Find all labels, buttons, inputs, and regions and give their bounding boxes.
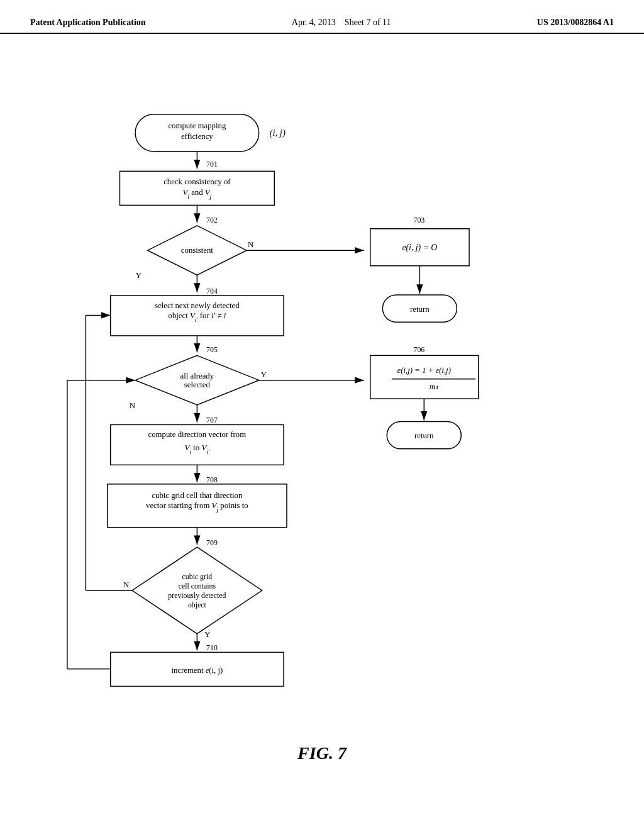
label-Y-705: Y	[261, 370, 267, 379]
page-header: Patent Application Publication Apr. 4, 2…	[0, 0, 644, 34]
label-N-709: N	[123, 580, 129, 589]
label-N-705: N	[130, 401, 135, 410]
input-label: (i, j)	[269, 128, 285, 138]
label-705: 705	[206, 345, 218, 354]
sheet-info: Sheet 7 of 11	[345, 18, 391, 27]
box-706-formula-bottom: m₁	[430, 382, 438, 391]
diamond-705-text-1: all already	[180, 372, 214, 380]
diagram-area: compute mapping efficiency (i, j) 701 ch…	[0, 34, 644, 776]
start-text-2: efficiency	[181, 132, 213, 141]
patent-number: US 2013/0082864 A1	[537, 18, 614, 28]
label-707: 707	[206, 416, 218, 424]
publication-title: Patent Application Publication	[30, 18, 146, 28]
label-703: 703	[414, 216, 425, 224]
box-706-formula-top: e(i,j) = 1 + e(i,j)	[397, 366, 451, 375]
label-709: 709	[206, 538, 218, 547]
fig-label: FIG. 7	[297, 743, 347, 763]
diamond-709-text-2: cell contains	[179, 582, 216, 590]
label-704: 704	[206, 287, 218, 296]
label-Y-702: Y	[136, 271, 142, 280]
box-708-text-1: cubic grid cell that direction	[152, 491, 243, 500]
label-710: 710	[206, 643, 218, 652]
box-701-text-1: check consistency of	[164, 177, 231, 186]
start-text-1: compute mapping	[168, 121, 226, 130]
label-702: 702	[206, 216, 218, 224]
box-706	[370, 355, 479, 399]
header-center: Apr. 4, 2013 Sheet 7 of 11	[292, 18, 391, 28]
box-710-text: increment e(i, j)	[171, 666, 223, 675]
label-708: 708	[206, 475, 218, 484]
box-707-text-1: compute direction vector from	[148, 430, 247, 439]
flowchart-svg: compute mapping efficiency (i, j) 701 ch…	[0, 34, 644, 776]
box-703-text: e(i, j) = O	[402, 243, 437, 253]
label-N-702: N	[248, 240, 253, 249]
diamond-709-text-4: object	[188, 600, 207, 609]
diamond-709-text-3: previously detected	[168, 591, 226, 600]
diamond-702-text: consistent	[181, 246, 214, 255]
label-Y-709: Y	[204, 630, 210, 639]
return2-text: return	[414, 431, 434, 440]
label-701: 701	[206, 160, 218, 169]
diamond-709-text-1: cubic grid	[182, 572, 213, 581]
publication-date: Apr. 4, 2013	[292, 18, 336, 27]
diamond-705-text-2: selected	[184, 380, 211, 389]
return1-text: return	[410, 305, 430, 314]
label-706: 706	[414, 345, 425, 354]
box-704-text-1: select next newly detected	[155, 301, 240, 310]
